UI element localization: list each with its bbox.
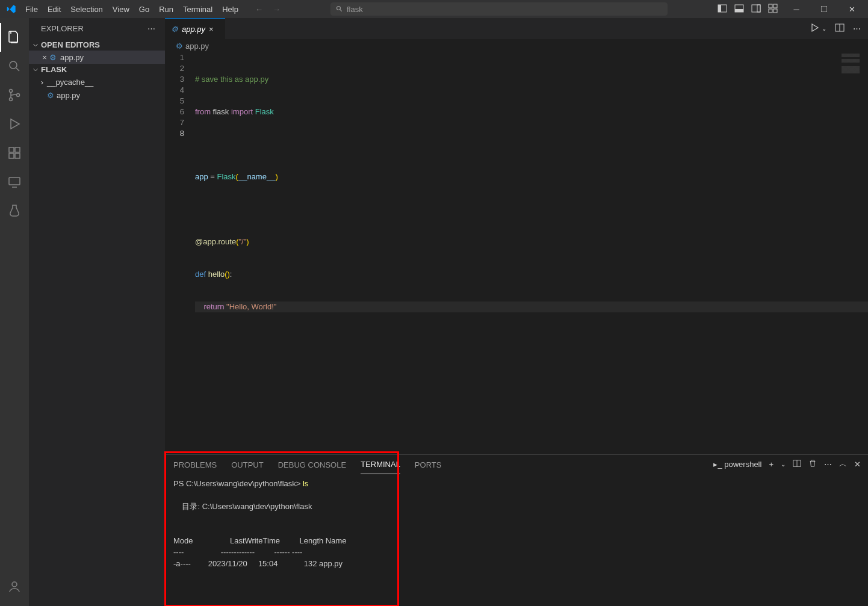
command-center-search[interactable]: flask — [330, 2, 668, 16]
code-content[interactable]: # save this as app.py from flask import … — [195, 52, 868, 454]
menu-run[interactable]: Run — [154, 0, 178, 18]
activity-accounts[interactable] — [0, 572, 29, 601]
activity-extensions[interactable] — [0, 138, 29, 167]
new-terminal-icon[interactable]: + — [769, 460, 773, 469]
kill-terminal-icon[interactable] — [808, 459, 817, 469]
tab-app-py[interactable]: ⚙ app.py × — [165, 18, 225, 39]
layout-panel-icon[interactable] — [734, 4, 744, 15]
svg-point-13 — [10, 61, 17, 69]
menu-go[interactable]: Go — [134, 0, 154, 18]
menu-help[interactable]: Help — [217, 0, 243, 18]
svg-rect-18 — [9, 147, 14, 152]
svg-line-14 — [16, 68, 19, 71]
python-file-icon: ⚙ — [171, 25, 178, 34]
panel-tab-output[interactable]: OUTPUT — [231, 455, 263, 474]
panel-tab-ports[interactable]: PORTS — [415, 455, 442, 474]
line-numbers: 1 2 3 4 5 6 7 8 — [165, 52, 195, 454]
chevron-down-icon — [31, 41, 40, 49]
nav-forward-icon[interactable]: → — [273, 5, 281, 14]
run-dropdown-icon[interactable]: ⌄ — [822, 25, 826, 32]
terminal-output[interactable]: PS C:\Users\wang\dev\python\flask> ls 目录… — [165, 474, 868, 606]
sidebar-title: EXPLORER — [41, 24, 84, 33]
sidebar-more-icon[interactable]: ⋯ — [147, 24, 155, 33]
search-text: flask — [347, 5, 363, 14]
activity-source-control[interactable] — [0, 81, 29, 110]
close-panel-icon[interactable]: ✕ — [854, 460, 861, 469]
svg-rect-9 — [773, 4, 777, 8]
title-bar: File Edit Selection View Go Run Terminal… — [0, 0, 868, 18]
activity-explorer[interactable] — [0, 23, 29, 52]
split-editor-icon[interactable] — [835, 23, 845, 34]
menu-bar: File Edit Selection View Go Run Terminal… — [20, 0, 243, 18]
svg-rect-19 — [9, 153, 14, 158]
menu-terminal[interactable]: Terminal — [178, 0, 217, 18]
activity-run-debug[interactable] — [0, 110, 29, 138]
close-icon[interactable]: × — [40, 53, 49, 62]
activity-search[interactable] — [0, 52, 29, 81]
code-editor[interactable]: 1 2 3 4 5 6 7 8 # save this as app.py fr… — [165, 52, 868, 454]
svg-rect-5 — [735, 9, 743, 12]
close-button[interactable]: ✕ — [838, 0, 866, 18]
terminal-dropdown-icon[interactable]: ⌄ — [781, 461, 786, 468]
svg-rect-7 — [757, 5, 760, 12]
editor-area: ⚙ app.py × ⌄ ⋯ ⚙ app.py 1 2 3 4 5 6 — [165, 18, 868, 606]
menu-view[interactable]: View — [108, 0, 134, 18]
svg-point-17 — [17, 94, 20, 97]
maximize-button[interactable] — [810, 0, 838, 18]
svg-point-0 — [336, 7, 340, 10]
svg-rect-21 — [15, 147, 20, 152]
open-editor-item[interactable]: × ⚙ app.py — [29, 51, 165, 64]
svg-rect-8 — [769, 4, 772, 8]
layout-sidebar-left-icon[interactable] — [718, 4, 727, 15]
svg-rect-20 — [15, 153, 20, 158]
maximize-panel-icon[interactable]: ︿ — [839, 459, 847, 469]
sidebar: EXPLORER ⋯ OPEN EDITORS × ⚙ app.py FLASK… — [29, 18, 165, 606]
svg-rect-10 — [769, 9, 772, 13]
tree-folder-pycache[interactable]: › __pycache__ — [29, 75, 165, 88]
bottom-panel: PROBLEMS OUTPUT DEBUG CONSOLE TERMINAL P… — [165, 454, 868, 606]
vscode-logo-icon — [2, 4, 20, 14]
panel-more-icon[interactable]: ⋯ — [824, 460, 832, 469]
menu-selection[interactable]: Selection — [66, 0, 107, 18]
svg-rect-12 — [821, 6, 827, 12]
activity-remote[interactable] — [0, 167, 29, 196]
menu-file[interactable]: File — [20, 0, 43, 18]
menu-edit[interactable]: Edit — [43, 0, 66, 18]
minimize-button[interactable]: ─ — [783, 0, 810, 18]
svg-rect-6 — [752, 5, 760, 12]
svg-point-24 — [12, 582, 17, 587]
svg-rect-22 — [9, 178, 20, 185]
customize-layout-icon[interactable] — [768, 4, 778, 15]
nav-back-icon[interactable]: ← — [255, 5, 263, 14]
chevron-right-icon: › — [37, 78, 47, 87]
python-file-icon: ⚙ — [47, 91, 54, 100]
svg-rect-3 — [718, 5, 721, 12]
terminal-icon: ▸_ — [713, 460, 722, 469]
python-file-icon: ⚙ — [176, 42, 183, 51]
minimap[interactable] — [842, 54, 860, 90]
activity-testing[interactable] — [0, 196, 29, 225]
run-button-icon[interactable] — [810, 23, 819, 34]
svg-point-15 — [10, 90, 13, 93]
open-editors-section[interactable]: OPEN EDITORS — [29, 39, 165, 51]
breadcrumb[interactable]: ⚙ app.py — [165, 39, 868, 52]
tree-file-app[interactable]: ⚙ app.py — [29, 88, 165, 102]
svg-point-16 — [10, 98, 13, 101]
svg-rect-11 — [773, 9, 777, 13]
editor-tabs: ⚙ app.py × ⌄ ⋯ — [165, 18, 868, 39]
panel-tab-problems[interactable]: PROBLEMS — [173, 455, 217, 474]
python-file-icon: ⚙ — [49, 53, 57, 62]
panel-tab-terminal[interactable]: TERMINAL — [361, 455, 400, 474]
terminal-shell-label[interactable]: ▸_ powershell — [713, 460, 761, 469]
close-icon[interactable]: × — [209, 25, 214, 34]
split-terminal-icon[interactable] — [793, 459, 801, 469]
activity-bar — [0, 18, 29, 606]
search-icon — [336, 5, 343, 13]
svg-line-1 — [340, 10, 342, 11]
project-section[interactable]: FLASK — [29, 64, 165, 75]
more-actions-icon[interactable]: ⋯ — [853, 24, 861, 33]
layout-sidebar-right-icon[interactable] — [751, 4, 761, 15]
chevron-down-icon — [31, 66, 40, 74]
panel-tab-debug-console[interactable]: DEBUG CONSOLE — [278, 455, 346, 474]
